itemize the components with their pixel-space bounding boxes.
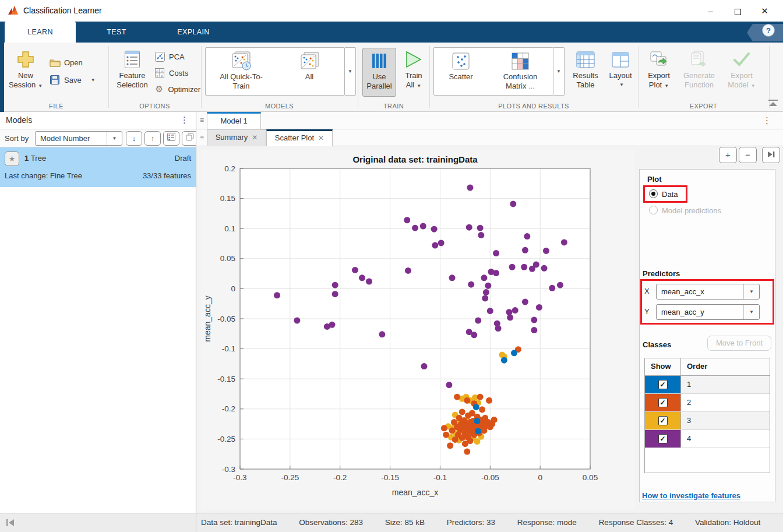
zoom-out-button[interactable]: − bbox=[739, 147, 757, 163]
drag-handle-icon[interactable]: ≡ bbox=[200, 133, 204, 142]
show-class-checkbox[interactable]: ✓ bbox=[658, 398, 668, 407]
annotation-box-predictors bbox=[640, 279, 774, 325]
close-button[interactable]: ✕ bbox=[751, 0, 778, 22]
class-row-4[interactable]: ✓ 4 bbox=[645, 430, 770, 448]
sort-descending-button[interactable]: ↓ bbox=[126, 131, 142, 146]
zoom-in-button[interactable]: + bbox=[719, 147, 737, 163]
svg-text:-0.3: -0.3 bbox=[233, 473, 246, 482]
all-models-button[interactable]: All bbox=[277, 48, 342, 95]
layout-button[interactable]: Layout ▼ bbox=[606, 49, 635, 90]
svg-text:0: 0 bbox=[538, 473, 542, 482]
show-class-checkbox[interactable]: ✓ bbox=[658, 434, 668, 443]
close-tab-icon[interactable]: ✕ bbox=[252, 133, 258, 142]
models-panel-title: Models bbox=[6, 115, 32, 125]
collapse-ribbon-button[interactable] bbox=[767, 98, 780, 108]
optimizer-button[interactable]: ⚙ Optimizer bbox=[154, 83, 200, 96]
class-order: 4 bbox=[681, 430, 770, 448]
minimize-icon: – bbox=[708, 6, 713, 16]
export-plot-icon bbox=[650, 49, 668, 70]
model-list-item-selected[interactable]: ★ 1 Tree Draft Last change: Fine Tree 33… bbox=[0, 147, 196, 187]
help-button[interactable]: ? bbox=[762, 24, 775, 37]
plot-section-heading: Plot bbox=[647, 175, 662, 184]
caret-down-icon[interactable]: ▼ bbox=[107, 132, 122, 145]
class-row-2[interactable]: ✓ 2 bbox=[645, 394, 770, 412]
drag-handle-icon[interactable]: ≡ bbox=[200, 116, 204, 124]
open-button[interactable]: Open bbox=[49, 55, 101, 69]
status-bar: Data set: trainingData Observations: 283… bbox=[0, 513, 783, 532]
use-parallel-toggle[interactable]: Use Parallel bbox=[362, 48, 396, 97]
confusion-matrix-button[interactable]: Confusion Matrix ... bbox=[488, 48, 553, 95]
feature-selection-button[interactable]: Feature Selection bbox=[113, 49, 151, 90]
sort-by-value: Model Number bbox=[40, 134, 90, 143]
class-color-cell: ✓ bbox=[645, 376, 681, 393]
skip-start-icon[interactable] bbox=[6, 519, 15, 527]
costs-button[interactable]: oxxo Costs bbox=[154, 66, 199, 79]
scatter-plot-document: + − -0.3-0.25-0.2-0.15-0.1-0.0500.05-0.3… bbox=[196, 146, 783, 513]
sort-by-select[interactable]: Model Number ▼ bbox=[35, 131, 122, 146]
save-button[interactable]: Save ▼ bbox=[49, 73, 101, 87]
export-plot-button[interactable]: Export Plot▼ bbox=[642, 49, 676, 91]
model-name: 1 Tree bbox=[24, 154, 46, 163]
classification-learner-window: { "window": { "title": "Classification L… bbox=[0, 0, 783, 532]
svg-text:0.05: 0.05 bbox=[220, 254, 235, 263]
show-class-checkbox[interactable]: ✓ bbox=[658, 380, 668, 389]
document-area: ≡ Model 1 ⋮ ≡ Summary✕ Scatter Plot✕ + −… bbox=[196, 112, 783, 513]
pca-button[interactable]: PCA bbox=[154, 50, 199, 63]
svg-text:-0.25: -0.25 bbox=[217, 435, 235, 443]
tab-summary[interactable]: Summary✕ bbox=[207, 129, 266, 146]
maximize-button[interactable] bbox=[724, 0, 752, 22]
sort-ascending-button[interactable]: ↑ bbox=[144, 131, 161, 146]
show-class-checkbox[interactable]: ✓ bbox=[658, 416, 668, 425]
svg-text:x: x bbox=[157, 74, 158, 77]
all-quick-to-train-button[interactable]: All Quick-To- Train bbox=[206, 48, 277, 95]
how-to-investigate-features-link[interactable]: How to investigate features bbox=[642, 491, 740, 500]
class-row-3[interactable]: ✓ 3 bbox=[645, 412, 770, 430]
generate-function-button: Generate Function bbox=[679, 49, 719, 90]
minimize-button[interactable]: – bbox=[697, 0, 724, 22]
svg-text:0.1: 0.1 bbox=[224, 224, 235, 233]
svg-text:-0.15: -0.15 bbox=[217, 375, 235, 383]
expand-panel-button[interactable] bbox=[762, 147, 780, 163]
tab-explain[interactable]: EXPLAIN bbox=[158, 22, 228, 43]
status-predictors: Predictors: 33 bbox=[447, 518, 495, 527]
models-panel: Models ⋮ Sort by Model Number ▼ ↓ ↑ ★ 1 … bbox=[0, 112, 196, 513]
tab-scatter-plot[interactable]: Scatter Plot✕ bbox=[266, 129, 333, 146]
close-tab-icon[interactable]: ✕ bbox=[318, 134, 324, 142]
caret-down-icon: ▼ bbox=[556, 69, 561, 74]
favorite-star-button[interactable]: ★ bbox=[5, 152, 19, 166]
models-menu-icon[interactable]: ⋮ bbox=[180, 115, 189, 125]
pca-icon bbox=[154, 51, 165, 62]
scatter-plot-button[interactable]: Scatter bbox=[434, 48, 488, 95]
svg-text:-0.2: -0.2 bbox=[222, 404, 235, 413]
model-tab-bar: ≡ Model 1 ⋮ bbox=[196, 112, 783, 129]
class-color-cell: ✓ bbox=[645, 412, 681, 429]
plots-gallery: Scatter Confusion Matrix ... bbox=[433, 47, 553, 96]
train-all-button[interactable]: Train All▼ bbox=[400, 49, 428, 91]
arrow-up-icon: ↑ bbox=[151, 134, 155, 143]
class-order: 2 bbox=[681, 394, 770, 411]
new-session-button[interactable]: New Session▼ bbox=[7, 49, 44, 91]
caret-down-icon: ▼ bbox=[619, 80, 624, 90]
predictors-heading: Predictors bbox=[643, 269, 680, 278]
class-row-1[interactable]: ✓ 1 bbox=[645, 376, 770, 394]
caret-down-icon: ▼ bbox=[38, 83, 43, 89]
save-caret-icon[interactable]: ▼ bbox=[91, 77, 96, 83]
plots-gallery-dropdown[interactable]: ▼ bbox=[553, 47, 565, 96]
all-quick-to-train-icon bbox=[230, 50, 252, 72]
tab-model-1[interactable]: Model 1 bbox=[207, 112, 261, 129]
ribbon-tab-strip: LEARN TEST EXPLAIN ? bbox=[0, 22, 783, 43]
svg-text:0.05: 0.05 bbox=[583, 473, 598, 482]
tab-learn[interactable]: LEARN bbox=[5, 22, 76, 43]
status-size: Size: 85 kB bbox=[385, 518, 425, 527]
save-floppy-icon bbox=[49, 75, 61, 85]
class-color-cell: ✓ bbox=[645, 394, 681, 411]
models-gallery-dropdown[interactable]: ▼ bbox=[345, 47, 356, 96]
results-table-button[interactable]: Results Table bbox=[570, 49, 601, 90]
new-session-plus-icon bbox=[17, 49, 34, 70]
model-status-badge: Draft bbox=[175, 154, 191, 163]
scatter-plot-figure[interactable]: -0.3-0.25-0.2-0.15-0.1-0.0500.05-0.3-0.2… bbox=[201, 150, 635, 509]
document-menu-icon[interactable]: ⋮ bbox=[763, 115, 771, 126]
tab-test[interactable]: TEST bbox=[84, 22, 149, 43]
duplicate-model-button[interactable] bbox=[182, 131, 196, 146]
favorites-filter-button[interactable] bbox=[163, 131, 179, 146]
